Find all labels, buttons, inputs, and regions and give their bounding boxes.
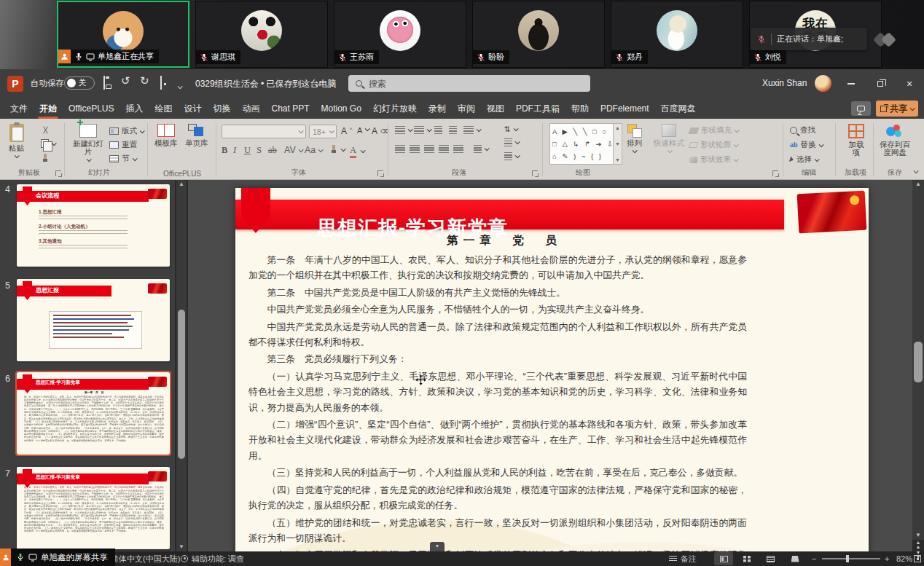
- quick-styles-button[interactable]: 快速样式: [653, 124, 685, 153]
- font-color-chevron-icon[interactable]: [361, 148, 366, 153]
- powerpoint-logo-icon[interactable]: P: [7, 76, 23, 92]
- collapse-notes-icon[interactable]: ▼: [430, 542, 445, 551]
- menu-tab[interactable]: 设计: [182, 98, 203, 119]
- shapes-gallery[interactable]: A ▶ ╲ ╲ □ ○ □ △ ↳ ↱ ➔ ⇩ ⌂ ✎ ) ~ { }: [549, 123, 614, 165]
- align-text-button[interactable]: [504, 138, 519, 146]
- save-icon[interactable]: [103, 76, 105, 90]
- slide-editing-canvas[interactable]: 思想汇报-学习新党章 第一章 党 员 第一条 年满十八岁的中国工人、农民、军人、…: [188, 180, 912, 551]
- paragraph-dialog-launcher[interactable]: [532, 170, 538, 176]
- scroll-up-icon[interactable]: ▲: [912, 180, 924, 189]
- collapse-ribbon-chevron-icon[interactable]: [914, 168, 919, 173]
- menu-tab[interactable]: OfficePLUS: [67, 99, 115, 118]
- thumbnail-scrollbar-thumb[interactable]: [178, 310, 185, 459]
- highlight-color-button[interactable]: [329, 145, 345, 154]
- shape-fill-button[interactable]: 形状填充: [689, 125, 738, 135]
- chapter-heading[interactable]: 第一章 党 员: [248, 233, 760, 248]
- search-box[interactable]: [348, 75, 590, 92]
- accessibility-status[interactable]: 辅助功能: 调查: [181, 551, 244, 566]
- add-ins-button[interactable]: 加载项: [844, 124, 869, 157]
- slide-sorter-view-button[interactable]: [737, 552, 756, 565]
- shape-outline-button[interactable]: 形状轮廓: [689, 140, 737, 150]
- comments-button[interactable]: [851, 101, 871, 116]
- font-size-combobox[interactable]: 18+: [309, 125, 337, 138]
- distribute-button[interactable]: [453, 145, 463, 153]
- strikethrough-button[interactable]: ab: [268, 145, 277, 156]
- save-to-baidu-button[interactable]: 保存到百度网盘: [877, 124, 912, 157]
- next-slide-button[interactable]: ▼▼: [912, 551, 924, 559]
- shapes-gallery-scroll[interactable]: ▲▼▼: [614, 123, 622, 165]
- normal-view-button[interactable]: [714, 552, 733, 565]
- current-slide[interactable]: 思想汇报-学习新党章 第一章 党 员 第一条 年满十八岁的中国工人、农民、军人、…: [235, 188, 869, 551]
- previous-slide-button[interactable]: ▲▲: [912, 541, 924, 549]
- layout-button[interactable]: 版式: [109, 126, 144, 136]
- main-scrollbar[interactable]: ▲ ▼: [912, 180, 924, 540]
- zoom-slider[interactable]: [822, 551, 880, 566]
- menu-tab[interactable]: 绘图: [153, 98, 173, 119]
- copy-button[interactable]: [41, 139, 55, 148]
- restore-button[interactable]: [866, 69, 895, 98]
- line-spacing-button[interactable]: [463, 126, 480, 134]
- video-tile-shan-xuxin[interactable]: 单旭鑫正在共享: [57, 1, 189, 68]
- thumbnail-slide-4[interactable]: 会议流程 1.思想汇报2.小组讨论（入党动机）3.其他通知: [17, 184, 170, 267]
- clipboard-dialog-launcher[interactable]: [55, 170, 61, 176]
- video-tile-zheng-dan[interactable]: 郑丹: [611, 1, 743, 68]
- underline-button[interactable]: U: [244, 145, 251, 156]
- change-case-button[interactable]: Aa: [305, 145, 322, 155]
- menu-tab[interactable]: 文件: [9, 98, 29, 119]
- thumbnail-slide-5[interactable]: 思想汇报: [17, 279, 170, 361]
- zoom-level[interactable]: 82%: [896, 551, 912, 566]
- zoom-out-button[interactable]: −: [812, 551, 816, 566]
- menu-tab[interactable]: 切换: [211, 98, 232, 119]
- undo-icon[interactable]: ↺: [121, 74, 130, 87]
- text-direction-button[interactable]: ⇅: [504, 125, 517, 133]
- menu-tab[interactable]: 幻灯片放映: [372, 98, 418, 119]
- arrange-button[interactable]: 排列: [627, 124, 642, 153]
- menu-tab[interactable]: 开始: [38, 98, 58, 119]
- menu-tab[interactable]: 录制: [427, 98, 447, 119]
- single-page-library-button[interactable]: 单页库: [185, 124, 208, 147]
- increase-indent-button[interactable]: [449, 126, 457, 134]
- title-dropdown-chevron-icon[interactable]: [315, 79, 318, 88]
- paste-button[interactable]: 粘贴: [9, 124, 24, 158]
- new-slide-button[interactable]: 新建幻灯片: [71, 124, 105, 162]
- clear-formatting-button[interactable]: A⌫: [372, 126, 388, 136]
- slide-body-textbox[interactable]: 第一条 年满十八岁的中国工人、农民、军人、知识分子和其他社会阶层的先进分子，承认…: [248, 252, 747, 551]
- align-left-button[interactable]: [395, 145, 405, 153]
- select-button[interactable]: 选择: [790, 154, 818, 165]
- font-name-combobox[interactable]: [222, 125, 306, 138]
- section-button[interactable]: 节: [109, 154, 136, 164]
- start-slideshow-icon[interactable]: [160, 76, 162, 90]
- bullets-button[interactable]: [395, 126, 412, 134]
- grow-font-button[interactable]: A^: [341, 126, 352, 136]
- shape-effects-button[interactable]: 形状效果: [689, 154, 737, 165]
- template-library-button[interactable]: 模板库: [154, 124, 178, 147]
- customize-qat-chevron-icon[interactable]: [178, 79, 181, 92]
- thumbnail-slide-7[interactable]: 思想汇报-学习新党章 第一条 年满十八岁的中国工人、农民、军人、知识分子和其他社…: [17, 467, 170, 549]
- scroll-down-icon[interactable]: ▼: [176, 543, 187, 551]
- align-center-button[interactable]: [410, 145, 420, 153]
- find-button[interactable]: 查找: [790, 125, 815, 135]
- zoom-slider-thumb[interactable]: [846, 555, 849, 562]
- font-dialog-launcher[interactable]: [377, 170, 383, 176]
- language-status[interactable]: 简体中文(中国大陆): [111, 551, 180, 566]
- text-shadow-button[interactable]: S: [257, 145, 262, 156]
- video-tile-wang-suyu[interactable]: 王苏雨: [334, 1, 466, 68]
- thumbnail-scrollbar[interactable]: ▲ ▼: [176, 180, 187, 551]
- main-scrollbar-thumb[interactable]: [914, 342, 923, 382]
- columns-button[interactable]: [474, 145, 488, 153]
- reset-button[interactable]: 重置: [109, 140, 137, 150]
- menu-tab[interactable]: 审阅: [456, 98, 477, 119]
- autosave-toggle[interactable]: 关: [64, 76, 95, 90]
- minimize-button[interactable]: [837, 69, 866, 98]
- menu-tab[interactable]: PDF工具箱: [514, 98, 561, 119]
- convert-smartart-button[interactable]: [504, 152, 519, 160]
- share-button[interactable]: 共享: [876, 101, 918, 117]
- menu-tab[interactable]: 插入: [124, 98, 144, 119]
- font-color-button[interactable]: A: [350, 145, 356, 158]
- menu-tab[interactable]: Motion Go: [320, 99, 363, 118]
- shrink-font-button[interactable]: A: [357, 126, 369, 135]
- close-button[interactable]: ×: [895, 69, 924, 98]
- search-input[interactable]: [367, 78, 564, 90]
- screen-share-pill[interactable]: 单旭鑫的屏幕共享: [0, 549, 115, 566]
- bold-button[interactable]: B: [222, 145, 227, 156]
